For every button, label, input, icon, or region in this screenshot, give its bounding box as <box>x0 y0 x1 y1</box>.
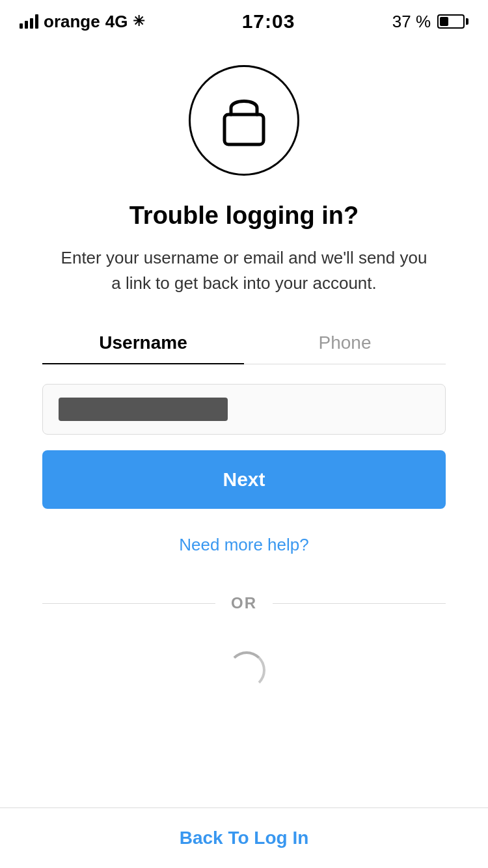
battery-percentage-label: 37 % <box>392 12 431 32</box>
lock-icon <box>218 90 270 151</box>
page-title: Trouble logging in? <box>129 202 359 230</box>
username-input-value <box>59 398 228 421</box>
back-to-login-link[interactable]: Back To Log In <box>180 828 309 848</box>
spinner-icon <box>228 651 260 684</box>
time-label: 17:03 <box>242 10 295 33</box>
tab-group: Username Phone <box>42 322 446 364</box>
status-bar: orange 4G ✳ 17:03 37 % <box>0 0 488 39</box>
network-type-label: 4G <box>105 12 128 32</box>
page-subtitle: Enter your username or email and we'll s… <box>55 245 433 296</box>
network-activity-icon: ✳ <box>133 13 144 30</box>
next-button[interactable]: Next <box>42 450 446 509</box>
or-divider: OR <box>42 594 446 612</box>
divider-right <box>273 603 446 604</box>
signal-bars-icon <box>20 14 38 29</box>
carrier-label: orange <box>44 12 100 32</box>
bottom-bar: Back To Log In <box>0 807 488 868</box>
tab-username[interactable]: Username <box>42 322 244 364</box>
username-input-container[interactable] <box>42 384 446 435</box>
loading-spinner <box>228 651 260 684</box>
svg-rect-0 <box>224 115 264 144</box>
status-left: orange 4G ✳ <box>20 12 144 32</box>
or-label: OR <box>215 594 273 612</box>
tab-phone[interactable]: Phone <box>244 322 446 364</box>
lock-circle-icon <box>189 65 299 176</box>
main-content: Trouble logging in? Enter your username … <box>0 39 488 736</box>
battery-icon <box>437 14 468 29</box>
need-more-help-link[interactable]: Need more help? <box>179 535 308 555</box>
divider-left <box>42 603 215 604</box>
status-right: 37 % <box>392 12 468 32</box>
